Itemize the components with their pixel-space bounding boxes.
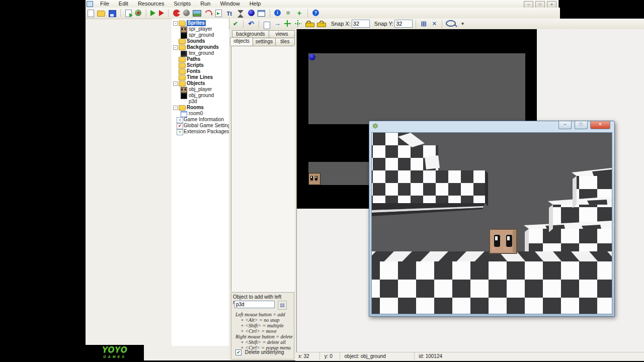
tab-settings[interactable]: settings — [253, 38, 276, 45]
sidebar-item-label[interactable]: Sprites — [187, 20, 206, 26]
object-list-area[interactable] — [231, 46, 294, 292]
sidebar-item-label[interactable]: p3d — [189, 99, 197, 105]
folder-icon — [179, 105, 186, 111]
open-file-icon[interactable] — [97, 11, 105, 17]
expander-icon[interactable]: - — [173, 21, 178, 26]
create-path-icon[interactable] — [204, 9, 213, 19]
menu-resources[interactable]: Resources — [134, 0, 169, 7]
sidebar-item-label[interactable]: Sounds — [187, 38, 205, 44]
object-picker-icon[interactable]: ▤ — [278, 301, 287, 310]
undo-icon[interactable]: ↶ — [247, 20, 255, 28]
debug-game-icon[interactable] — [159, 10, 164, 16]
create-timeline-icon[interactable] — [236, 9, 245, 17]
create-sound-icon[interactable] — [183, 10, 190, 16]
snap-y-input[interactable] — [394, 20, 413, 28]
player-character — [490, 229, 517, 253]
tab-views[interactable]: views — [269, 30, 295, 38]
game-window[interactable]: ⚙ – □ × — [369, 121, 615, 317]
obj-player-instance[interactable] — [308, 173, 320, 185]
sidebar-item-label[interactable]: Objects — [187, 80, 205, 86]
folder-icon — [179, 21, 186, 26]
game-minimize-button[interactable]: – — [558, 121, 572, 129]
new-file-icon[interactable] — [88, 10, 94, 17]
sidebar-item-label[interactable]: obj_ground — [189, 93, 214, 99]
sidebar-item-label[interactable]: obj_player — [189, 86, 212, 93]
help-icon[interactable]: ? — [312, 10, 319, 16]
sidebar-item-label[interactable]: spr_player — [189, 26, 212, 32]
delete-underlying-label: Delete underlying — [245, 349, 284, 355]
expander-icon[interactable]: - — [173, 45, 178, 50]
snap-y-label: Snap Y: — [374, 19, 393, 29]
sidebar-item-label[interactable]: Backgrounds — [187, 44, 219, 50]
gamemaker-gear-icon: ⚙ — [372, 122, 378, 130]
gamemaker-window: File Edit Resources Scripts Run Window H… — [86, 0, 559, 360]
sidebar-item-label[interactable]: Extension Packages — [184, 129, 229, 135]
save-icon[interactable] — [109, 10, 116, 17]
p3d-instance[interactable] — [309, 54, 315, 60]
folder-icon — [179, 75, 186, 80]
lock-instances-icon[interactable] — [305, 23, 314, 27]
shift-objects-icon[interactable]: → — [273, 20, 281, 28]
menu-scripts[interactable]: Scripts — [170, 0, 195, 7]
game-viewport[interactable] — [371, 132, 612, 314]
accept-changes-icon[interactable]: ✔ — [231, 20, 239, 28]
create-font-icon[interactable]: Tt — [225, 9, 233, 17]
folder-icon — [179, 81, 186, 86]
sidebar-item-label[interactable]: room0 — [189, 111, 203, 117]
sidebar-item-label[interactable]: Rooms — [187, 105, 204, 111]
game-close-button[interactable]: × — [590, 121, 610, 129]
help-line: Left mouse button = add — [231, 312, 298, 317]
game-window-titlebar[interactable]: ⚙ – □ × — [369, 121, 614, 132]
logo-line1: YOYO — [86, 345, 144, 355]
sidebar-item-label[interactable]: Time Lines — [187, 74, 213, 80]
sidebar-item-label[interactable]: Paths — [187, 56, 200, 62]
object-to-add-panel: Object to add with left mouse: ▤ Left mo… — [231, 292, 294, 359]
menu-help[interactable]: Help — [246, 0, 265, 7]
status-id: id: 100124 — [416, 352, 483, 360]
expander-icon[interactable]: - — [173, 81, 178, 86]
help-line: + <Shift> = multiple — [231, 323, 303, 328]
extension-packages-icon[interactable]: + — [295, 9, 303, 17]
create-background-icon[interactable] — [193, 10, 201, 17]
sidebar-item-label[interactable]: spr_ground — [189, 32, 214, 38]
global-game-settings-icon[interactable]: ≡ — [284, 9, 292, 17]
create-sprite-icon[interactable] — [173, 10, 180, 17]
menu-run[interactable]: Run — [196, 0, 214, 7]
unlock-instances-icon[interactable] — [317, 23, 326, 27]
toggle-isometric-icon[interactable]: × — [430, 20, 438, 28]
publish-icon[interactable] — [135, 10, 141, 16]
sidebar-item-label[interactable]: Game Information — [184, 117, 224, 123]
game-information-icon[interactable]: i — [274, 10, 281, 16]
sidebar-item-label[interactable]: tex_ground — [189, 50, 214, 56]
create-object-icon[interactable] — [248, 10, 255, 16]
sort-horizontal-icon[interactable] — [284, 20, 292, 28]
sidebar-item-label[interactable]: Global Game Settings — [184, 123, 229, 129]
object-to-add-input[interactable] — [234, 301, 275, 308]
snap-x-input[interactable] — [352, 20, 370, 28]
sidebar-item-label[interactable]: Scripts — [187, 62, 204, 68]
game-maximize-button[interactable]: □ — [575, 121, 588, 129]
help-line: + <Alt> = no snap — [231, 317, 303, 323]
zoom-dropdown-icon[interactable]: ▾ — [459, 20, 467, 28]
delete-underlying-checkbox[interactable]: ✔ — [235, 349, 242, 355]
main-toolbar: Tt i ≡ + ? — [86, 8, 560, 19]
expander-icon[interactable]: - — [173, 106, 178, 110]
tab-backgrounds[interactable]: backgrounds — [232, 30, 269, 38]
plus-icon: + — [177, 129, 183, 135]
menu-edit[interactable]: Edit — [115, 0, 132, 7]
zoom-icon[interactable] — [446, 20, 456, 27]
settings-icon: ✔ — [177, 123, 183, 129]
tab-objects[interactable]: objects — [230, 37, 253, 46]
run-game-icon[interactable] — [150, 10, 155, 16]
tab-tiles[interactable]: tiles — [275, 38, 295, 45]
create-executable-icon[interactable] — [125, 10, 132, 17]
sort-vertical-icon[interactable] — [294, 20, 302, 28]
sidebar-item-label[interactable]: Fonts — [187, 68, 200, 74]
status-x: x: 32 — [295, 352, 320, 360]
toggle-grid-icon[interactable]: ⊞ — [420, 20, 428, 28]
create-script-icon[interactable] — [215, 10, 222, 17]
clear-room-icon[interactable] — [264, 22, 270, 29]
menu-file[interactable]: File — [96, 0, 113, 7]
create-room-icon[interactable] — [258, 10, 265, 17]
menu-window[interactable]: Window — [216, 0, 244, 7]
